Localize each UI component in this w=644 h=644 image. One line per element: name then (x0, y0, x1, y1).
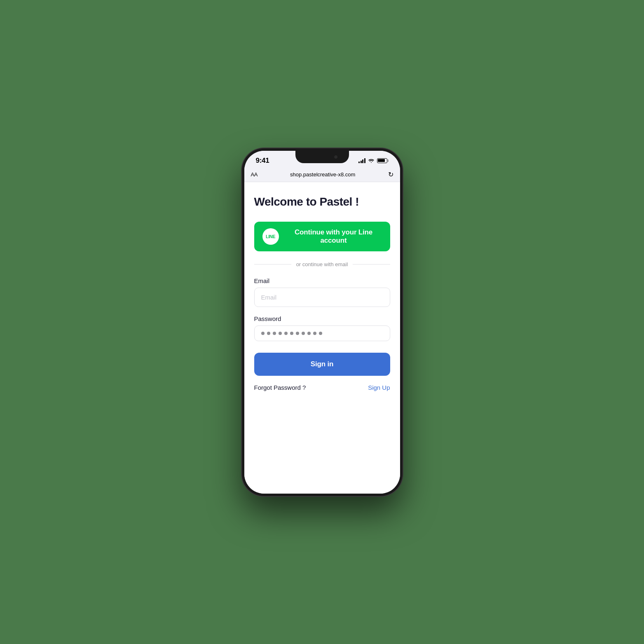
status-time: 9:41 (256, 157, 269, 165)
status-icons (358, 158, 389, 163)
password-dot (296, 332, 299, 335)
password-dot (267, 332, 270, 335)
phone-frame: 9:41 AA shop.p (242, 148, 403, 496)
password-dot (279, 332, 282, 335)
divider: or continue with email (254, 261, 390, 267)
email-input[interactable] (254, 288, 390, 307)
password-dot (313, 332, 316, 335)
bottom-links: Forgot Password ? Sign Up (254, 384, 390, 391)
line-logo: LINE (262, 228, 279, 245)
email-label: Email (254, 277, 390, 284)
browser-url[interactable]: shop.pastelcreative-x8.com (261, 171, 385, 178)
page-content: Welcome to Pastel ! LINE Continue with y… (244, 182, 400, 494)
password-label: Password (254, 315, 390, 322)
refresh-icon[interactable]: ↻ (388, 171, 393, 178)
line-button-label: Continue with your Line account (286, 228, 382, 245)
wifi-icon (368, 158, 375, 163)
divider-text: or continue with email (296, 261, 348, 267)
browser-bar[interactable]: AA shop.pastelcreative-x8.com ↻ (244, 168, 400, 182)
password-dot (273, 332, 276, 335)
browser-aa-button[interactable]: AA (251, 171, 258, 178)
page-title: Welcome to Pastel ! (254, 195, 390, 208)
status-bar: 9:41 (244, 151, 400, 168)
password-dot (302, 332, 305, 335)
password-group: Password (254, 315, 390, 341)
password-dot (290, 332, 293, 335)
line-login-button[interactable]: LINE Continue with your Line account (254, 222, 390, 251)
sign-in-button[interactable]: Sign in (254, 353, 390, 376)
front-camera (333, 155, 338, 159)
phone-screen: 9:41 AA shop.p (244, 151, 400, 494)
password-dot (307, 332, 311, 335)
password-dot (319, 332, 322, 335)
password-input[interactable] (254, 326, 390, 341)
password-dot (284, 332, 288, 335)
line-logo-text: LINE (266, 234, 275, 239)
signal-icon (358, 158, 365, 163)
battery-icon (377, 158, 389, 163)
notch (295, 151, 349, 163)
email-group: Email (254, 277, 390, 307)
forgot-password-link[interactable]: Forgot Password ? (254, 384, 306, 391)
password-dot (261, 332, 265, 335)
sign-up-link[interactable]: Sign Up (368, 384, 390, 391)
divider-line-left (254, 264, 291, 265)
divider-line-right (353, 264, 390, 265)
